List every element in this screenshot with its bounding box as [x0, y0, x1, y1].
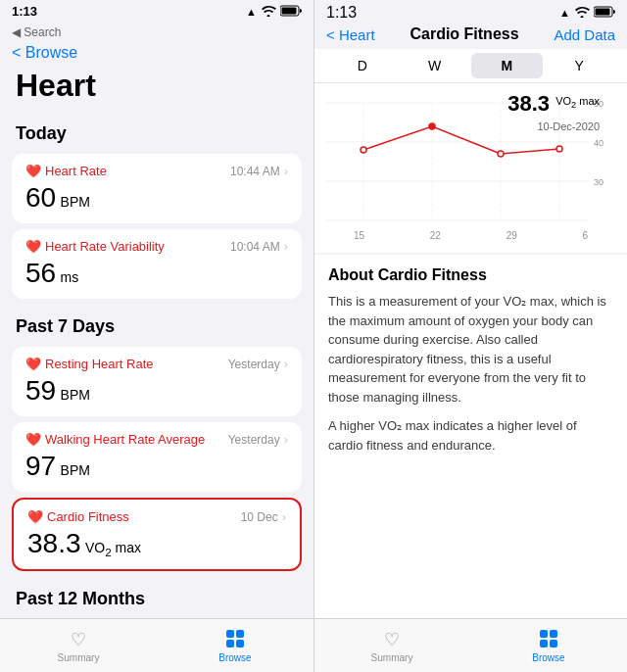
- tab-bar-left: ♡ Summary Browse: [0, 618, 314, 672]
- tab-d[interactable]: D: [326, 53, 399, 78]
- card-label-hr: ❤️ Heart Rate: [25, 164, 107, 178]
- section-today: Today: [0, 112, 314, 148]
- about-title: About Cardio Fitness: [328, 266, 613, 284]
- whr-value: 97: [25, 451, 56, 481]
- card-meta-hr: 10:44 AM ›: [230, 164, 288, 178]
- card-label-hrv: ❤️ Heart Rate Variability: [25, 239, 165, 254]
- battery-icon-left: [280, 5, 302, 19]
- hr-time: 10:44 AM: [230, 165, 280, 178]
- page-title-right: Cardio Fitness: [410, 25, 518, 43]
- x-axis: 15 22 29 6: [324, 230, 617, 245]
- hrv-card[interactable]: ❤️ Heart Rate Variability 10:04 AM › 56 …: [12, 229, 302, 299]
- hr-unit: BPM: [61, 194, 90, 210]
- add-data-button[interactable]: Add Data: [554, 26, 615, 43]
- rhr-label: Resting Heart Rate: [45, 357, 154, 371]
- card-meta-cf: 10 Dec ›: [241, 509, 286, 524]
- svg-rect-4: [226, 640, 234, 648]
- section-past7: Past 7 Days: [0, 305, 314, 341]
- browse-back-link[interactable]: < Browse: [12, 44, 77, 61]
- rhr-value: 59: [25, 375, 56, 406]
- hrv-value-row: 56 ms: [25, 258, 288, 289]
- time-tabs: D W M Y: [314, 49, 627, 83]
- whr-label: Walking Heart Rate Average: [45, 432, 205, 447]
- card-meta-rhr: Yesterday ›: [228, 357, 288, 371]
- tab-summary-label-left: Summary: [58, 652, 100, 663]
- tab-browse-right[interactable]: Browse: [470, 629, 627, 663]
- right-nav: < Heart Cardio Fitness Add Data: [314, 24, 627, 49]
- scroll-area-left: Today ❤️ Heart Rate 10:44 AM › 60 BPM: [0, 112, 314, 672]
- rhr-unit: BPM: [61, 387, 90, 403]
- hrv-label: Heart Rate Variability: [45, 239, 165, 254]
- chart-tooltip: 38.3 VO2 max 10-Dec-2020: [507, 91, 600, 134]
- tooltip-value: 38.3: [507, 91, 555, 116]
- card-label-cf: ❤️ Cardio Fitness: [27, 509, 129, 524]
- right-panel: 1:13 ▲ < Heart Cardio Fitness Add Data D…: [314, 0, 627, 672]
- rhr-value-row: 59 BPM: [25, 375, 288, 407]
- cf-value: 38.3: [27, 528, 81, 558]
- tab-w[interactable]: W: [399, 53, 471, 78]
- heart-icon-hr: ❤️: [25, 164, 41, 178]
- tab-summary-left[interactable]: ♡ Summary: [0, 629, 157, 663]
- card-meta-whr: Yesterday ›: [228, 432, 288, 447]
- status-icons-left: ▲: [246, 5, 302, 19]
- card-header-cf: ❤️ Cardio Fitness 10 Dec ›: [27, 509, 286, 524]
- back-link-right[interactable]: < Heart: [326, 26, 375, 43]
- about-para-2: A higher VO₂ max indicates a higher leve…: [328, 416, 613, 455]
- tooltip-unit: VO2 max: [555, 95, 600, 107]
- svg-rect-1: [282, 7, 297, 14]
- whr-unit: BPM: [61, 462, 90, 478]
- wifi-icon-left: [261, 5, 276, 19]
- card-label-whr: ❤️ Walking Heart Rate Average: [25, 432, 205, 447]
- tab-summary-right[interactable]: ♡ Summary: [314, 629, 470, 663]
- chevron-rhr: ›: [284, 357, 288, 371]
- walking-hr-card[interactable]: ❤️ Walking Heart Rate Average Yesterday …: [12, 422, 302, 492]
- whr-time: Yesterday: [228, 433, 280, 447]
- cardio-fitness-card[interactable]: ❤️ Cardio Fitness 10 Dec › 38.3 VO2 max: [12, 498, 302, 571]
- page-title-left: Heart: [0, 64, 314, 112]
- hrv-time: 10:04 AM: [230, 240, 280, 254]
- heart-tab-icon-left: ♡: [71, 629, 86, 650]
- time-left: 1:13: [12, 4, 37, 19]
- svg-rect-24: [550, 630, 557, 638]
- browse-nav[interactable]: < Browse: [0, 44, 314, 64]
- cf-label: Cardio Fitness: [47, 509, 129, 524]
- tab-bar-right: ♡ Summary Browse: [314, 618, 627, 672]
- back-label-left: ◀ Search: [12, 25, 61, 39]
- svg-text:40: 40: [594, 138, 603, 148]
- hr-value-row: 60 BPM: [25, 182, 288, 214]
- x-label-29: 29: [506, 230, 517, 241]
- card-header-rhr: ❤️ Resting Heart Rate Yesterday ›: [25, 357, 288, 371]
- section-past12: Past 12 Months: [0, 577, 314, 613]
- heart-rate-card[interactable]: ❤️ Heart Rate 10:44 AM › 60 BPM: [12, 154, 302, 223]
- card-label-rhr: ❤️ Resting Heart Rate: [25, 357, 154, 371]
- resting-hr-card[interactable]: ❤️ Resting Heart Rate Yesterday › 59 BPM: [12, 347, 302, 416]
- heart-tab-icon-right: ♡: [384, 629, 400, 650]
- svg-rect-3: [236, 630, 244, 638]
- chevron-hrv: ›: [284, 239, 288, 254]
- tab-browse-left[interactable]: Browse: [157, 629, 314, 663]
- svg-rect-2: [226, 630, 234, 638]
- tab-browse-label-left: Browse: [218, 652, 251, 663]
- chevron-cf: ›: [282, 509, 286, 524]
- wifi-icon-right: [574, 6, 590, 20]
- signal-icon-right: ▲: [559, 7, 570, 19]
- svg-text:30: 30: [594, 177, 603, 187]
- cf-value-row: 38.3 VO2 max: [27, 528, 286, 559]
- status-bar-right: 1:13 ▲: [314, 0, 627, 24]
- heart-icon-rhr: ❤️: [25, 357, 41, 371]
- hrv-value: 56: [25, 258, 56, 288]
- svg-point-21: [498, 151, 504, 157]
- tab-y[interactable]: Y: [543, 53, 615, 78]
- grid-tab-icon-left: [225, 629, 245, 650]
- tab-summary-label-right: Summary: [371, 652, 413, 663]
- tab-m[interactable]: M: [471, 53, 544, 78]
- chart-area: 38.3 VO2 max 10-Dec-2020 50 40 30: [314, 83, 627, 253]
- card-header-hr: ❤️ Heart Rate 10:44 AM ›: [25, 164, 288, 178]
- hr-label: Heart Rate: [45, 164, 107, 178]
- chevron-hr: ›: [284, 164, 288, 178]
- svg-rect-25: [540, 640, 548, 648]
- hr-value: 60: [25, 182, 56, 213]
- info-section: About Cardio Fitness This is a measureme…: [314, 255, 627, 672]
- whr-value-row: 97 BPM: [25, 451, 288, 482]
- battery-icon-right: [594, 6, 615, 20]
